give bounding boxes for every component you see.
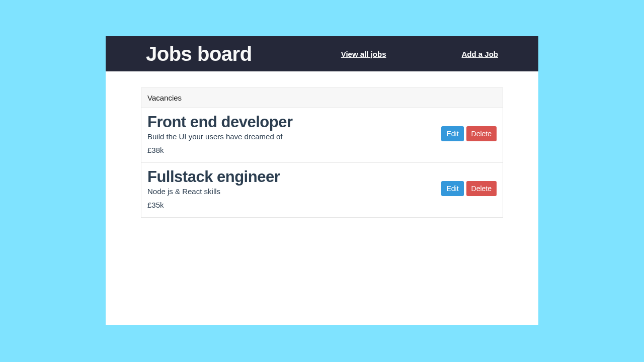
nav-link-add-job[interactable]: Add a Job (461, 50, 498, 58)
app-window: Jobs board View all jobs Add a Job Vacan… (106, 36, 538, 325)
navbar: Jobs board View all jobs Add a Job (106, 36, 538, 71)
job-item: Front end developer Build the UI your us… (141, 108, 503, 163)
job-actions: Edit Delete (441, 181, 497, 196)
delete-button[interactable]: Delete (466, 126, 497, 141)
delete-button[interactable]: Delete (466, 181, 497, 196)
panel-header: Vacancies (141, 88, 503, 108)
job-salary: £38k (147, 146, 441, 154)
job-info: Fullstack engineer Node js & React skill… (147, 168, 441, 209)
vacancies-panel: Vacancies Front end developer Build the … (141, 87, 503, 218)
edit-button[interactable]: Edit (441, 126, 463, 141)
job-item: Fullstack engineer Node js & React skill… (141, 163, 503, 217)
job-description: Node js & React skills (147, 187, 441, 196)
job-salary: £35k (147, 201, 441, 209)
navbar-brand[interactable]: Jobs board (146, 43, 252, 65)
edit-button[interactable]: Edit (441, 181, 463, 196)
content: Vacancies Front end developer Build the … (106, 71, 538, 218)
job-info: Front end developer Build the UI your us… (147, 113, 441, 154)
job-description: Build the UI your users have dreamed of (147, 132, 441, 141)
job-title[interactable]: Fullstack engineer (147, 168, 441, 186)
job-title[interactable]: Front end developer (147, 113, 441, 131)
job-actions: Edit Delete (441, 126, 497, 141)
nav-link-view-all[interactable]: View all jobs (341, 50, 386, 58)
nav-links: View all jobs Add a Job (341, 50, 498, 58)
